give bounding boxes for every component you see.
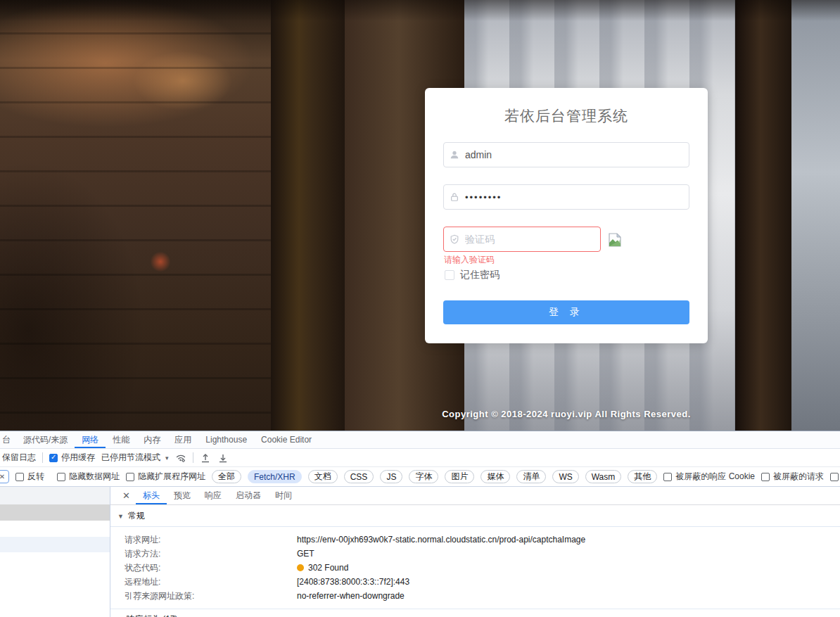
hide-extension-urls-checkbox[interactable] — [126, 473, 134, 481]
tab-cookie-editor[interactable]: Cookie Editor — [254, 431, 319, 448]
row-value: no-referrer-when-downgrade — [297, 591, 405, 601]
filter-pill-js[interactable]: JS — [380, 470, 402, 483]
preserve-log-label: 保留日志 — [2, 452, 36, 464]
hide-data-urls-toggle[interactable]: 隐藏数据网址 — [57, 471, 120, 483]
throttling-value: 已停用节流模式 — [101, 452, 160, 464]
third-party-checkbox[interactable] — [830, 473, 839, 481]
hide-extension-urls-toggle[interactable]: 隐藏扩展程序网址 — [126, 471, 205, 483]
filter-input-clear-icon[interactable]: ✕ — [0, 470, 9, 483]
remote-address-row: 远程地址: [2408:8738:8000:3:3::7f2]:443 — [110, 575, 840, 589]
hide-data-urls-checkbox[interactable] — [57, 473, 65, 481]
preserve-log-toggle[interactable]: 保留日志 — [2, 452, 36, 464]
response-headers-label: 响应标头 (17) — [127, 613, 178, 617]
expanded-triangle-icon: ▼ — [117, 513, 124, 520]
detail-tab-preview[interactable]: 预览 — [167, 487, 198, 504]
network-content: ✕ 标头 预览 响应 启动器 时间 ▼ 常规 请求网址: https://env… — [0, 487, 840, 617]
filter-pill-img[interactable]: 图片 — [445, 470, 474, 483]
request-url-row: 请求网址: https://env-00jxh693w0k7-static.no… — [110, 533, 840, 547]
invert-checkbox[interactable] — [15, 473, 24, 481]
detail-tab-response[interactable]: 响应 — [198, 487, 229, 504]
row-value: [2408:8738:8000:3:3::7f2]:443 — [297, 577, 409, 587]
copyright-text: Copyright © 2018-2024 ruoyi.vip All Righ… — [425, 409, 708, 419]
devtools-panel: 台 源代码/来源 网络 性能 内存 应用 Lighthouse Cookie E… — [0, 431, 840, 617]
row-label: 状态代码: — [125, 562, 297, 574]
toolbar-separator — [193, 452, 193, 463]
throttling-dropdown[interactable]: 已停用节流模式 ▾ — [101, 452, 169, 464]
login-button[interactable]: 登 录 — [443, 300, 689, 324]
filter-pill-wasm[interactable]: Wasm — [585, 470, 622, 483]
import-har-icon[interactable] — [200, 452, 211, 464]
row-value: GET — [297, 549, 314, 559]
request-row — [0, 537, 110, 552]
captcha-error-message: 请输入验证码 — [444, 254, 495, 266]
tab-lighthouse[interactable]: Lighthouse — [198, 431, 254, 448]
hide-extension-urls-label: 隐藏扩展程序网址 — [138, 471, 205, 483]
network-conditions-icon[interactable] — [175, 452, 186, 464]
filter-pill-manifest[interactable]: 清单 — [516, 470, 546, 483]
blocked-cookies-toggle[interactable]: 被屏蔽的响应 Cookie — [663, 471, 755, 483]
tab-sources[interactable]: 源代码/来源 — [16, 431, 75, 448]
shield-icon — [444, 234, 465, 244]
tab-console-partial[interactable]: 台 — [0, 431, 16, 448]
filter-pill-font[interactable]: 字体 — [409, 470, 438, 483]
general-section-label: 常规 — [128, 510, 145, 522]
request-list-header[interactable] — [0, 487, 110, 504]
detail-tab-timing[interactable]: 时间 — [268, 487, 299, 504]
page: 若依后台管理系统 请输 — [0, 0, 840, 617]
filter-pill-media[interactable]: 媒体 — [481, 470, 510, 483]
response-headers-section-header[interactable]: ▶ 响应标头 (17) — [110, 609, 840, 617]
invert-filter-toggle[interactable]: 反转 — [15, 471, 44, 483]
detail-tab-initiator[interactable]: 启动器 — [229, 487, 268, 504]
user-icon — [444, 150, 465, 160]
invert-label: 反转 — [27, 471, 44, 483]
tab-application[interactable]: 应用 — [167, 431, 198, 448]
captcha-field — [443, 227, 601, 252]
remember-checkbox[interactable] — [445, 270, 454, 280]
username-input[interactable] — [465, 143, 689, 167]
password-input[interactable] — [465, 185, 689, 209]
close-icon[interactable]: ✕ — [117, 490, 136, 501]
tab-memory[interactable]: 内存 — [136, 431, 167, 448]
general-rows: 请求网址: https://env-00jxh693w0k7-static.no… — [110, 527, 840, 603]
row-label: 引荐来源网址政策: — [125, 590, 297, 602]
filter-pill-fetch-xhr[interactable]: Fetch/XHR — [248, 470, 302, 483]
username-field — [443, 142, 689, 167]
request-method-row: 请求方法: GET — [110, 547, 840, 561]
disable-cache-toggle[interactable]: 停用缓存 — [49, 452, 95, 464]
photo-window-beam-right — [735, 0, 791, 431]
blocked-cookies-label: 被屏蔽的响应 Cookie — [675, 471, 755, 483]
detail-tab-headers[interactable]: 标头 — [136, 487, 167, 504]
tab-performance[interactable]: 性能 — [106, 431, 136, 448]
row-label: 请求网址: — [125, 534, 297, 546]
filter-pill-all[interactable]: 全部 — [212, 470, 241, 483]
filter-pill-other[interactable]: 其他 — [628, 470, 657, 483]
filter-pill-doc[interactable]: 文档 — [308, 470, 338, 483]
captcha-broken-image-icon[interactable] — [606, 231, 623, 248]
filter-pill-css[interactable]: CSS — [344, 470, 374, 483]
third-party-toggle[interactable]: 第三方请求 — [830, 471, 840, 483]
network-request-list — [0, 487, 110, 617]
tab-network[interactable]: 网络 — [75, 431, 106, 448]
lock-icon — [444, 192, 465, 202]
request-row-selected[interactable] — [0, 504, 110, 521]
export-har-icon[interactable] — [217, 452, 229, 464]
blocked-requests-toggle[interactable]: 被屏蔽的请求 — [761, 471, 824, 483]
remember-label: 记住密码 — [460, 269, 499, 281]
request-row — [0, 521, 110, 537]
filter-pill-ws[interactable]: WS — [552, 470, 578, 483]
captcha-input[interactable] — [465, 227, 600, 251]
remember-password-option[interactable]: 记住密码 — [445, 269, 499, 281]
disable-cache-checkbox[interactable] — [49, 454, 58, 462]
blocked-requests-label: 被屏蔽的请求 — [773, 471, 824, 483]
network-toolbar: 保留日志 停用缓存 已停用节流模式 ▾ — [0, 449, 840, 467]
general-section-header[interactable]: ▼ 常规 — [110, 505, 840, 527]
detail-tab-bar: ✕ 标头 预览 响应 启动器 时间 — [110, 487, 840, 505]
blocked-cookies-checkbox[interactable] — [663, 473, 672, 481]
password-field — [443, 184, 689, 210]
blocked-requests-checkbox[interactable] — [761, 473, 770, 481]
row-label: 远程地址: — [125, 576, 297, 588]
photo-right-edge — [791, 0, 840, 431]
status-text: 302 Found — [308, 563, 348, 573]
toolbar-separator — [42, 452, 43, 463]
row-value: https://env-00jxh693w0k7-static.normal.c… — [297, 535, 585, 545]
